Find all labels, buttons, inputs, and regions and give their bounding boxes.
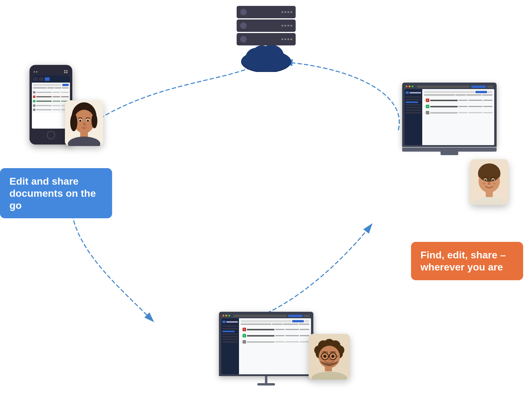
mobile-home-button[interactable] <box>47 131 55 139</box>
server-circle-1 <box>240 9 247 15</box>
server-unit-1 <box>237 6 296 18</box>
server-stack <box>237 6 296 45</box>
svg-rect-10 <box>66 70 68 71</box>
file-manager-sidebar <box>405 89 422 145</box>
server-circle-2 <box>240 22 247 29</box>
mobile-grid-icon <box>64 70 68 73</box>
svg-point-33 <box>492 179 494 181</box>
mobile-status-dots <box>34 71 37 73</box>
bubble-blue: Edit and share documents on the go <box>0 168 112 218</box>
server-cluster <box>237 6 296 72</box>
svg-rect-9 <box>64 70 66 71</box>
monitor-neck <box>265 376 267 383</box>
bubble-orange: Find, edit, share – wherever you are <box>411 242 523 280</box>
server-dots-2 <box>281 25 292 27</box>
avatar-man-right <box>470 159 508 205</box>
svg-point-32 <box>484 179 487 181</box>
mobile-notch-bar <box>32 70 70 73</box>
server-unit-3 <box>237 33 296 45</box>
bubble-orange-text: Find, edit, share – wherever you are <box>420 249 506 273</box>
svg-point-19 <box>91 114 97 128</box>
file-manager-main: P X <box>422 89 494 145</box>
avatar-woman <box>65 100 103 146</box>
svg-point-54 <box>324 356 325 357</box>
svg-point-18 <box>70 114 77 131</box>
svg-point-22 <box>79 119 81 122</box>
desktop-right: P X <box>402 83 497 155</box>
svg-point-29 <box>479 166 500 182</box>
monitor-foot <box>257 383 275 386</box>
svg-point-55 <box>332 356 333 357</box>
server-unit-2 <box>237 19 296 32</box>
server-dots-3 <box>281 38 292 40</box>
desktop-bottom: P X <box>219 312 313 386</box>
laptop-inner-screen: P X <box>405 89 494 145</box>
file-manager-sidebar-bottom <box>221 318 239 374</box>
svg-point-8 <box>253 45 271 62</box>
svg-point-23 <box>87 119 89 122</box>
svg-point-35 <box>493 183 496 184</box>
svg-point-34 <box>483 183 486 184</box>
mobile-screen: P X <box>32 76 70 129</box>
laptop-base <box>402 147 497 152</box>
svg-rect-11 <box>64 72 66 73</box>
laptop-stand <box>441 152 458 155</box>
server-dots-1 <box>281 11 292 13</box>
server-circle-3 <box>240 36 247 42</box>
file-manager-main-bottom: P X <box>239 318 311 374</box>
avatar-man-bottom <box>309 334 350 380</box>
monitor-inner-screen: P X <box>221 318 311 374</box>
laptop-screen: P X <box>402 83 497 147</box>
monitor-screen: P X <box>219 312 313 376</box>
svg-rect-12 <box>66 72 68 73</box>
bubble-blue-text: Edit and share documents on the go <box>9 175 96 211</box>
